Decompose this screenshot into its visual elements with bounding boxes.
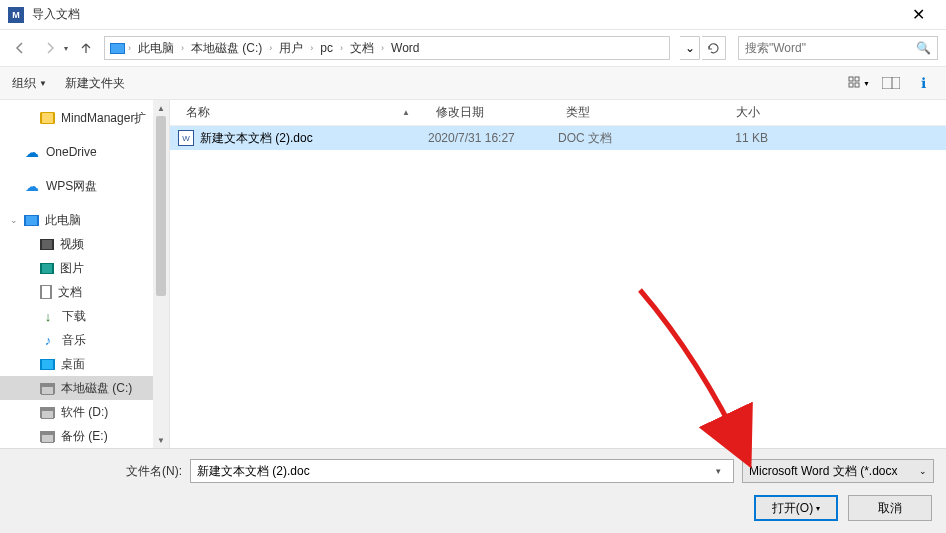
forward-button[interactable] [38,36,62,60]
chevron-right-icon[interactable]: › [339,43,344,53]
col-size-header[interactable]: 大小 [678,104,768,121]
doc-file-icon: W [178,130,194,146]
tree-item-wps[interactable]: WPS网盘 [0,174,169,198]
drive-icon [40,407,55,418]
tree-item-pic[interactable]: 图片 [0,256,169,280]
file-name: 新建文本文档 (2).doc [200,130,313,147]
wps-icon [24,178,40,194]
recent-dropdown[interactable]: ▾ [64,44,68,53]
address-bar[interactable]: › 此电脑 › 本地磁盘 (C:) › 用户 › pc › 文档 › Word [104,36,670,60]
organize-menu[interactable]: 组织 ▼ [12,75,47,92]
search-box[interactable]: 🔍 [738,36,938,60]
nav-bar: ▾ › 此电脑 › 本地磁盘 (C:) › 用户 › pc › 文档 › Wor… [0,30,946,66]
new-folder-button[interactable]: 新建文件夹 [65,75,125,92]
filename-input[interactable] [197,464,709,478]
file-size: 11 KB [678,131,768,145]
view-options-icon[interactable]: ▼ [848,74,870,92]
svg-rect-4 [882,77,900,89]
address-dropdown[interactable]: ⌄ [680,36,700,60]
chevron-right-icon[interactable]: › [309,43,314,53]
tree-item-pc[interactable]: ⌄此电脑 [0,208,169,232]
tree-label: 下载 [62,308,86,325]
app-icon: M [8,7,24,23]
col-date-header[interactable]: 修改日期 [428,104,558,121]
doc-icon [40,285,52,299]
pic-icon [40,263,54,274]
tree-label: 此电脑 [45,212,81,229]
tree-item-drive[interactable]: 软件 (D:) [0,400,169,424]
desk-icon [40,359,55,370]
tree-item-drive[interactable]: 备份 (E:) [0,424,169,448]
svg-rect-1 [855,77,859,81]
tree-item-onedrive[interactable]: OneDrive [0,140,169,164]
tree-item-folder[interactable]: MindManager扩 [0,106,169,130]
pc-icon [24,215,39,226]
sidebar-scrollbar[interactable]: ▲ ▼ [153,100,169,448]
chevron-right-icon[interactable]: › [180,43,185,53]
refresh-button[interactable] [702,36,726,60]
tree-label: 桌面 [61,356,85,373]
tree-item-drive[interactable]: 本地磁盘 (C:) [0,376,169,400]
breadcrumb-seg[interactable]: 本地磁盘 (C:) [187,38,266,59]
file-row[interactable]: W新建文本文档 (2).doc2020/7/31 16:27DOC 文档11 K… [170,126,946,150]
help-icon[interactable]: ℹ [912,74,934,92]
tree-label: 音乐 [62,332,86,349]
breadcrumb-seg[interactable]: 此电脑 [134,38,178,59]
chevron-right-icon[interactable]: › [380,43,385,53]
main-area: MindManager扩OneDriveWPS网盘⌄此电脑视频图片文档下载音乐桌… [0,100,946,448]
expand-icon[interactable]: ⌄ [10,215,18,225]
tree-label: 软件 (D:) [61,404,108,421]
footer: 文件名(N): ▾ Microsoft Word 文档 (*.docx ⌄ 打开… [0,448,946,533]
chevron-right-icon[interactable]: › [268,43,273,53]
breadcrumb-seg[interactable]: pc [316,39,337,57]
scroll-up-icon[interactable]: ▲ [153,100,169,116]
filename-combo[interactable]: ▾ [190,459,734,483]
open-button[interactable]: 打开(O) ▾ [754,495,838,521]
search-input[interactable] [745,41,916,55]
svg-rect-2 [849,83,853,87]
pc-icon [109,40,125,56]
scroll-thumb[interactable] [156,116,166,296]
tree-label: MindManager扩 [61,110,146,127]
up-button[interactable] [74,36,98,60]
tree-item-desk[interactable]: 桌面 [0,352,169,376]
toolbar: 组织 ▼ 新建文件夹 ▼ ℹ [0,66,946,100]
tree-item-video[interactable]: 视频 [0,232,169,256]
chevron-right-icon[interactable]: › [127,43,132,53]
dl-icon [40,308,56,324]
address-tools: ⌄ [680,36,726,60]
breadcrumb-seg[interactable]: Word [387,39,423,57]
file-type: DOC 文档 [558,130,678,147]
file-list: 名称 ▲ 修改日期 类型 大小 W新建文本文档 (2).doc2020/7/31… [170,100,946,448]
tree-label: OneDrive [46,145,97,159]
title-bar: M 导入文档 ✕ [0,0,946,30]
filename-label: 文件名(N): [12,463,182,480]
video-icon [40,239,54,250]
col-name-header[interactable]: 名称 ▲ [178,104,428,121]
tree-item-music[interactable]: 音乐 [0,328,169,352]
tree-item-dl[interactable]: 下载 [0,304,169,328]
drive-icon [40,431,55,442]
col-type-header[interactable]: 类型 [558,104,678,121]
cancel-button[interactable]: 取消 [848,495,932,521]
onedrive-icon [24,144,40,160]
sort-indicator-icon: ▲ [402,108,410,117]
preview-pane-icon[interactable] [880,74,902,92]
search-icon[interactable]: 🔍 [916,41,931,55]
back-button[interactable] [8,36,32,60]
file-type-filter[interactable]: Microsoft Word 文档 (*.docx ⌄ [742,459,934,483]
breadcrumb-seg[interactable]: 用户 [275,38,307,59]
tree-item-doc[interactable]: 文档 [0,280,169,304]
filename-dropdown-icon[interactable]: ▾ [709,466,727,476]
breadcrumb-seg[interactable]: 文档 [346,38,378,59]
scroll-down-icon[interactable]: ▼ [153,432,169,448]
folder-icon [40,112,55,124]
tree-label: 文档 [58,284,82,301]
tree-label: 本地磁盘 (C:) [61,380,132,397]
close-button[interactable]: ✕ [898,5,938,24]
tree-label: WPS网盘 [46,178,97,195]
tree-label: 图片 [60,260,84,277]
svg-rect-3 [855,83,859,87]
svg-rect-0 [849,77,853,81]
tree-label: 备份 (E:) [61,428,108,445]
